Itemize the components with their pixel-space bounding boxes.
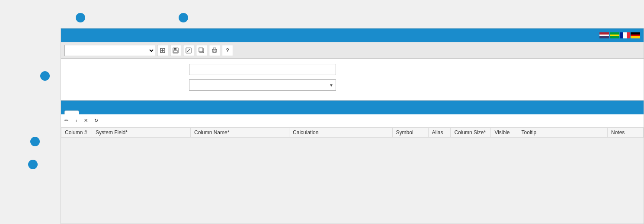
refresh-icon: ↻ bbox=[94, 118, 98, 123]
svg-rect-12 bbox=[213, 51, 216, 52]
x-icon: ✕ bbox=[84, 118, 88, 123]
svg-rect-5 bbox=[174, 50, 177, 53]
project-row: ▼ bbox=[68, 79, 637, 91]
svg-line-7 bbox=[187, 49, 190, 52]
save-button[interactable] bbox=[170, 45, 181, 56]
cancel-button[interactable] bbox=[183, 45, 194, 56]
plus-icon: + bbox=[75, 118, 77, 123]
th-visible: Visible bbox=[491, 128, 518, 138]
delete-button[interactable]: ✕ bbox=[84, 118, 89, 123]
flag-us-icon[interactable] bbox=[599, 32, 609, 38]
nav-bar bbox=[61, 28, 644, 42]
help-button[interactable]: ? bbox=[222, 45, 233, 56]
refresh-button[interactable]: ↻ bbox=[94, 118, 99, 123]
worksheet-select[interactable] bbox=[64, 45, 155, 56]
top-toolbar-area bbox=[0, 0, 644, 28]
details-tab-bar bbox=[61, 101, 644, 114]
badge-3 bbox=[179, 13, 188, 22]
details-tab[interactable] bbox=[64, 110, 79, 114]
details-table: Column # System Field* Column Name* Calc… bbox=[61, 127, 644, 138]
flag-br-icon[interactable] bbox=[610, 32, 619, 38]
new-button[interactable] bbox=[157, 45, 168, 56]
th-column-name: Column Name* bbox=[190, 128, 289, 138]
svg-rect-4 bbox=[174, 48, 176, 50]
table-header-row: Column # System Field* Column Name* Calc… bbox=[61, 128, 644, 138]
th-calculation: Calculation bbox=[289, 128, 392, 138]
project-select[interactable] bbox=[189, 79, 336, 91]
details-section: ✏ + ✕ ↻ Column # System Field* bbox=[61, 101, 644, 138]
worksheet-name-input[interactable] bbox=[189, 64, 336, 75]
copy-button[interactable] bbox=[196, 45, 207, 56]
header-info-section: ▼ bbox=[61, 59, 644, 101]
th-alias: Alias bbox=[428, 128, 451, 138]
badge-1 bbox=[76, 13, 85, 22]
print-button[interactable] bbox=[209, 45, 220, 56]
svg-rect-11 bbox=[213, 48, 216, 50]
th-tooltip: Tooltip bbox=[518, 128, 607, 138]
flag-fr-icon[interactable] bbox=[620, 32, 630, 38]
badge-4 bbox=[28, 160, 38, 169]
edit-button[interactable]: ✏ bbox=[64, 118, 70, 123]
svg-rect-9 bbox=[199, 48, 203, 52]
table-container: Column # System Field* Column Name* Calc… bbox=[61, 127, 644, 138]
badge-5 bbox=[30, 137, 40, 146]
th-notes: Notes bbox=[607, 128, 643, 138]
th-system-field: System Field* bbox=[92, 128, 190, 138]
flag-de-icon[interactable] bbox=[631, 32, 640, 38]
project-select-wrap: ▼ bbox=[189, 79, 336, 91]
pencil-icon: ✏ bbox=[64, 118, 68, 123]
details-actions-toolbar: ✏ + ✕ ↻ bbox=[61, 114, 644, 127]
add-button[interactable]: + bbox=[75, 118, 79, 123]
toolbar-row: ? bbox=[61, 42, 644, 59]
badge-2 bbox=[40, 71, 50, 81]
th-column-size: Column Size* bbox=[451, 128, 491, 138]
worksheet-name-row bbox=[68, 64, 637, 75]
main-container: ? ▼ ✏ + bbox=[61, 28, 644, 224]
th-symbol: Symbol bbox=[392, 128, 428, 138]
th-column-num: Column # bbox=[61, 128, 92, 138]
flag-group bbox=[599, 32, 640, 38]
